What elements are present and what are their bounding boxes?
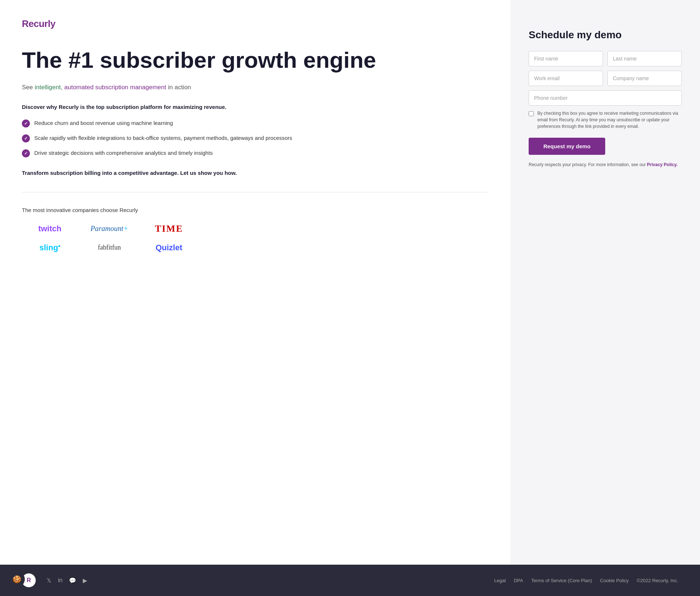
page-headline: The #1 subscriber growth engine	[22, 48, 489, 72]
discover-text: Discover why Recurly is the top subscrip…	[22, 103, 489, 111]
benefit-item-3: Drive strategic decisions with comprehen…	[22, 149, 489, 157]
twitter-icon[interactable]: 𝕏	[47, 577, 51, 584]
footer-link-cookie[interactable]: Cookie Policy	[600, 578, 629, 583]
benefit-text-3: Drive strategic decisions with comprehen…	[34, 149, 213, 157]
form-title: Schedule my demo	[529, 29, 682, 41]
last-name-input[interactable]	[607, 51, 682, 66]
check-icon-3	[22, 149, 30, 157]
email-company-row	[529, 71, 682, 86]
footer-links: Legal DPA Terms of Service (Core Plan) C…	[494, 578, 678, 583]
highlight-automated: automated subscription management	[64, 84, 166, 91]
check-icon-2	[22, 134, 30, 142]
recurly-logo: Recurly	[22, 18, 489, 30]
footer-social: 𝕏 in 💬 ▶	[47, 577, 87, 584]
footer-link-tos[interactable]: Terms of Service (Core Plan)	[531, 578, 592, 583]
phone-input[interactable]	[529, 90, 682, 106]
first-name-input[interactable]	[529, 51, 603, 66]
cookie-button[interactable]: 🍪	[9, 571, 25, 587]
logo-sling: sling	[22, 243, 78, 252]
right-panel: Schedule my demo By checking this box yo…	[510, 0, 700, 565]
company-name-input[interactable]	[607, 71, 682, 86]
request-demo-button[interactable]: Request my demo	[529, 138, 605, 155]
cookie-icon: 🍪	[12, 575, 22, 584]
companies-title: The most innovative companies choose Rec…	[22, 207, 489, 213]
companies-section: The most innovative companies choose Rec…	[22, 207, 489, 252]
privacy-policy-link[interactable]: Privacy Policy.	[647, 162, 678, 167]
name-row	[529, 51, 682, 66]
benefit-item-1: Reduce churn and boost revenue using mac…	[22, 119, 489, 128]
phone-row	[529, 90, 682, 106]
demo-form: By checking this box you agree to receiv…	[529, 51, 682, 168]
privacy-text: Recurly respects your privacy. For more …	[529, 161, 682, 168]
logo-paramount: Paramount+	[81, 224, 137, 233]
logo-fabfitfun: fabfitfun	[81, 244, 137, 251]
highlight-intelligent: intelligent	[35, 84, 61, 91]
logos-grid: twitch Paramount+ TIME sling fabfitfun	[22, 223, 197, 252]
benefit-item-2: Scale rapidly with flexible integrations…	[22, 134, 489, 142]
logo-twitch: twitch	[22, 224, 78, 234]
transform-text: Transform subscription billing into a co…	[22, 169, 489, 177]
section-divider	[22, 192, 489, 192]
subheadline: See intelligent, automated subscription …	[22, 83, 489, 92]
chat-icon[interactable]: 💬	[69, 577, 76, 584]
marketing-checkbox[interactable]	[529, 111, 534, 116]
benefit-text-1: Reduce churn and boost revenue using mac…	[34, 119, 173, 128]
footer-copyright: ©2022 Recurly, Inc.	[637, 578, 678, 583]
footer-link-legal[interactable]: Legal	[494, 578, 506, 583]
footer-link-dpa[interactable]: DPA	[514, 578, 523, 583]
youtube-icon[interactable]: ▶	[83, 577, 87, 584]
benefits-list: Reduce churn and boost revenue using mac…	[22, 119, 489, 157]
page-footer: R 𝕏 in 💬 ▶ Legal DPA Terms of Service (C…	[0, 565, 700, 596]
benefit-text-2: Scale rapidly with flexible integrations…	[34, 134, 292, 142]
marketing-consent-row: By checking this box you agree to receiv…	[529, 110, 682, 130]
logo-quizlet: Quizlet	[141, 243, 197, 252]
work-email-input[interactable]	[529, 71, 603, 86]
check-icon-1	[22, 119, 30, 128]
logo-time: TIME	[141, 223, 197, 234]
linkedin-icon[interactable]: in	[58, 577, 62, 584]
marketing-checkbox-label[interactable]: By checking this box you agree to receiv…	[537, 110, 682, 130]
